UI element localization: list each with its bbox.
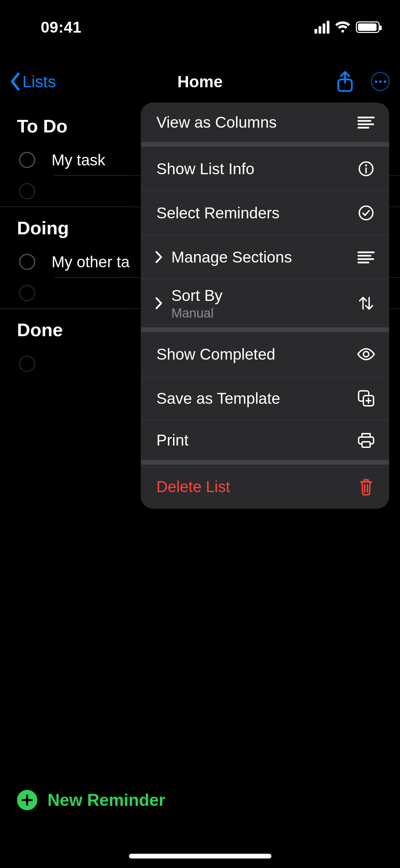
menu-label: Select Reminders xyxy=(156,204,357,222)
menu-label: Save as Template xyxy=(156,389,357,408)
task-checkbox-placeholder xyxy=(19,183,35,199)
menu-sublabel: Manual xyxy=(171,306,357,321)
new-reminder-label: New Reminder xyxy=(47,790,165,810)
printer-icon xyxy=(357,432,376,449)
chevron-right-icon xyxy=(151,297,167,310)
task-label: My task xyxy=(52,151,105,169)
back-label: Lists xyxy=(22,72,56,91)
new-reminder-button[interactable]: New Reminder xyxy=(17,790,165,810)
nav-bar: Lists Home xyxy=(0,65,400,98)
menu-label: Sort By xyxy=(171,286,357,305)
task-label: My other ta xyxy=(52,253,130,271)
wifi-icon xyxy=(334,21,351,34)
columns-icon xyxy=(357,115,376,129)
chevron-right-icon xyxy=(151,251,167,264)
menu-item-show-list-info[interactable]: Show List Info xyxy=(141,147,389,191)
svg-rect-8 xyxy=(362,442,370,447)
menu-item-sort-by[interactable]: Sort By Manual xyxy=(141,279,389,332)
info-icon xyxy=(357,161,376,177)
cellular-icon xyxy=(315,21,329,34)
svg-point-4 xyxy=(363,351,369,357)
status-time: 09:41 xyxy=(41,18,81,36)
menu-item-manage-sections[interactable]: Manage Sections xyxy=(141,235,389,279)
ellipsis-icon xyxy=(375,80,386,83)
context-menu: View as Columns Show List Info Select Re… xyxy=(141,103,389,509)
menu-item-select-reminders[interactable]: Select Reminders xyxy=(141,191,389,235)
menu-item-print[interactable]: Print xyxy=(141,420,389,465)
trash-icon xyxy=(357,478,376,495)
task-checkbox-placeholder xyxy=(19,285,35,301)
chevron-left-icon xyxy=(10,72,20,91)
task-checkbox[interactable] xyxy=(19,152,35,168)
menu-label: Delete List xyxy=(156,477,357,496)
template-icon xyxy=(357,390,376,407)
battery-icon xyxy=(356,21,380,33)
menu-label: View as Columns xyxy=(156,113,357,131)
home-indicator[interactable] xyxy=(129,854,271,858)
menu-label: Manage Sections xyxy=(171,248,357,266)
svg-point-2 xyxy=(365,164,367,166)
menu-item-delete-list[interactable]: Delete List xyxy=(141,465,389,509)
menu-item-show-completed[interactable]: Show Completed xyxy=(141,332,389,376)
menu-label: Print xyxy=(156,431,357,449)
task-checkbox-placeholder xyxy=(19,356,35,372)
share-icon xyxy=(336,71,354,92)
task-checkbox[interactable] xyxy=(19,254,35,270)
menu-item-save-as-template[interactable]: Save as Template xyxy=(141,376,389,420)
status-icons xyxy=(315,21,380,34)
more-button[interactable] xyxy=(371,72,390,91)
page-title: Home xyxy=(177,72,223,91)
menu-item-view-as-columns[interactable]: View as Columns xyxy=(141,103,389,147)
svg-point-3 xyxy=(359,206,373,220)
sections-icon xyxy=(357,250,376,264)
menu-label: Show Completed xyxy=(156,345,357,363)
menu-label: Show List Info xyxy=(156,160,357,178)
eye-icon xyxy=(357,347,376,361)
checkmark-circle-icon xyxy=(357,205,376,221)
status-bar: 09:41 xyxy=(0,14,400,41)
back-button[interactable]: Lists xyxy=(10,72,56,91)
plus-circle-icon xyxy=(17,790,37,810)
sort-arrows-icon xyxy=(357,295,376,312)
share-button[interactable] xyxy=(336,71,354,92)
